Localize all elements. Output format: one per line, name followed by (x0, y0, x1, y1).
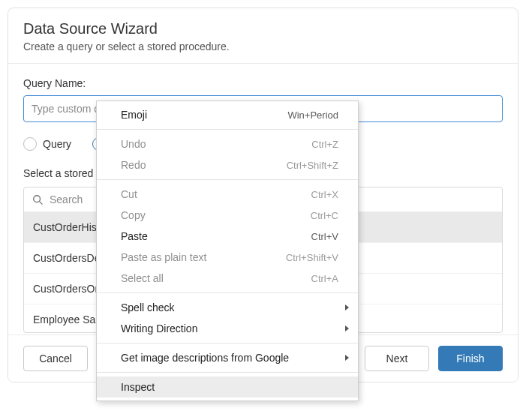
dialog-subtitle: Create a query or select a stored proced… (23, 40, 503, 52)
context-menu-label: Cut (121, 188, 311, 200)
context-menu-separator (97, 129, 358, 130)
context-menu-item[interactable]: EmojiWin+Period (97, 104, 358, 125)
chevron-right-icon (345, 355, 349, 361)
context-menu-accelerator: Ctrl+Z (311, 139, 338, 150)
context-menu-label: Inspect (121, 381, 338, 393)
svg-line-1 (40, 202, 43, 205)
cancel-button[interactable]: Cancel (23, 346, 88, 371)
chevron-right-icon (345, 326, 349, 332)
context-menu-item: Paste as plain textCtrl+Shift+V (97, 247, 358, 268)
context-menu-accelerator: Ctrl+A (311, 273, 338, 284)
context-menu-accelerator: Ctrl+X (311, 189, 338, 200)
context-menu-separator (97, 343, 358, 344)
context-menu-label: Writing Direction (121, 322, 338, 334)
context-menu-item: CutCtrl+X (97, 184, 358, 205)
context-menu-item: Select allCtrl+A (97, 268, 358, 289)
context-menu-label: Emoji (121, 109, 287, 121)
context-menu-label: Spell check (121, 302, 338, 314)
context-menu-accelerator: Win+Period (287, 110, 338, 121)
context-menu-item[interactable]: Writing Direction (97, 318, 358, 339)
context-menu-item[interactable]: Spell check (97, 297, 358, 318)
context-menu-item[interactable]: Get image descriptions from Google (97, 347, 358, 368)
context-menu-accelerator: Ctrl+V (311, 231, 338, 242)
context-menu-item: RedoCtrl+Shift+Z (97, 154, 358, 176)
query-name-label: Query Name: (23, 77, 503, 89)
context-menu-label: Paste as plain text (121, 251, 286, 263)
context-menu-label: Get image descriptions from Google (121, 352, 338, 364)
context-menu-label: Paste (121, 230, 311, 242)
radio-query-circle (23, 137, 37, 151)
context-menu-label: Select all (121, 272, 311, 284)
context-menu-item[interactable]: Inspect (97, 376, 358, 398)
context-menu-label: Undo (121, 138, 311, 150)
dialog-title: Data Source Wizard (23, 20, 503, 38)
context-menu[interactable]: EmojiWin+PeriodUndoCtrl+ZRedoCtrl+Shift+… (96, 100, 359, 401)
next-button[interactable]: Next (365, 346, 429, 371)
radio-query[interactable]: Query (23, 137, 71, 151)
finish-button[interactable]: Finish (438, 346, 503, 371)
context-menu-item: CopyCtrl+C (97, 205, 358, 226)
context-menu-item[interactable]: PasteCtrl+V (97, 226, 358, 247)
context-menu-separator (97, 372, 358, 373)
context-menu-label: Copy (121, 209, 311, 221)
context-menu-label: Redo (121, 159, 287, 171)
radio-query-label: Query (43, 138, 71, 150)
context-menu-accelerator: Ctrl+Shift+Z (287, 160, 338, 171)
dialog-header: Data Source Wizard Create a query or sel… (8, 8, 518, 64)
search-icon (32, 194, 44, 206)
context-menu-item: UndoCtrl+Z (97, 134, 358, 154)
context-menu-accelerator: Ctrl+Shift+V (286, 252, 338, 263)
context-menu-separator (97, 292, 358, 293)
context-menu-accelerator: Ctrl+C (311, 210, 338, 221)
context-menu-separator (97, 179, 358, 180)
chevron-right-icon (345, 304, 349, 310)
